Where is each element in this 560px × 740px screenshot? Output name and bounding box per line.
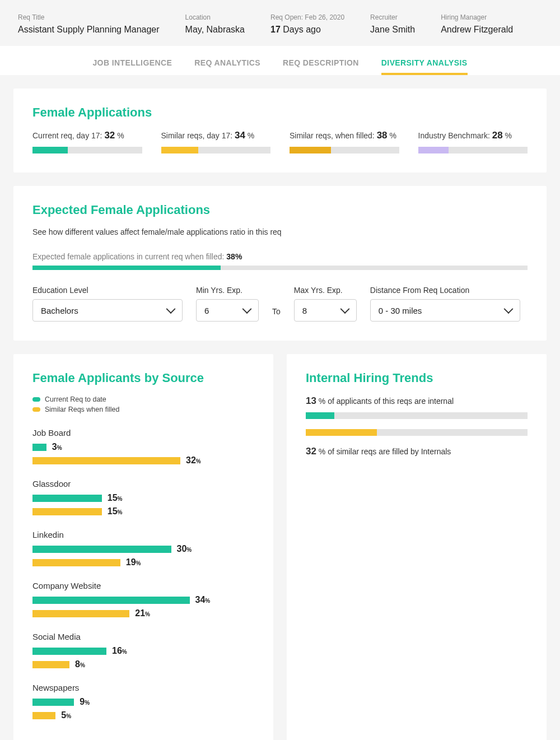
select-education[interactable]: Bachelors — [32, 299, 183, 322]
hdr-val-hiring-mgr: Andrew Fitzgerald — [441, 25, 513, 35]
source-name: Linkedin — [32, 530, 254, 539]
fa-bar — [418, 147, 528, 153]
tabs-bar: JOB INTELLIGENCE REQ ANALYTICS REQ DESCR… — [0, 46, 560, 75]
card-female-applications: Female Applications Current req, day 17:… — [13, 89, 547, 173]
source-group: Social Media16%8% — [32, 632, 254, 669]
hdr-location: Location May, Nabraska — [185, 13, 245, 35]
source-bar — [32, 699, 74, 706]
source-bar — [32, 546, 171, 553]
ih-bar-b — [306, 429, 528, 436]
filter-distance-label: Distance From Req Location — [370, 286, 520, 295]
hdr-req-title: Req Title Assistant Supply Planning Mana… — [18, 13, 160, 35]
source-bar-row: 16% — [32, 646, 254, 656]
source-bar-row: 9% — [32, 697, 254, 707]
source-bar-value: 16% — [112, 646, 127, 656]
hdr-val-req-title: Assistant Supply Planning Manager — [18, 25, 160, 35]
fa-bar — [161, 147, 271, 153]
hdr-lbl-req-title: Req Title — [18, 13, 160, 21]
hdr-recruiter: Recruiter Jane Smith — [370, 13, 415, 35]
source-bar-value: 9% — [80, 697, 90, 707]
fa-bar — [290, 147, 399, 153]
source-bar-row: 5% — [32, 710, 254, 720]
fa-item-2: Similar reqs, when filled: 38 % — [290, 130, 399, 153]
source-bar-row: 32% — [32, 455, 254, 466]
tab-req-analytics[interactable]: REQ ANALYTICS — [194, 58, 260, 67]
source-name: Company Website — [32, 581, 254, 590]
source-bar-row: 21% — [32, 608, 254, 618]
source-bar-row: 3% — [32, 442, 254, 452]
source-bar — [32, 457, 180, 464]
source-bar-value: 15% — [108, 506, 123, 516]
ih-bar-a — [306, 412, 528, 419]
source-bar-value: 30% — [177, 544, 192, 554]
source-bar-value: 3% — [52, 442, 62, 452]
source-bar-row: 30% — [32, 544, 254, 554]
source-group: Glassdoor15%15% — [32, 479, 254, 516]
fa-bar — [32, 147, 142, 153]
source-bar — [32, 508, 102, 515]
source-group: Linkedin30%19% — [32, 530, 254, 567]
ih-line-a: 13 % of applicants of this reqs are inte… — [306, 395, 528, 407]
source-bar-row: 34% — [32, 595, 254, 605]
source-bar-value: 32% — [186, 455, 201, 466]
source-bar — [32, 444, 46, 451]
source-bar — [32, 495, 102, 502]
source-bar-value: 34% — [195, 595, 211, 605]
legend-item-1: Similar Reqs when filled — [32, 406, 254, 413]
source-name: Social Media — [32, 632, 254, 641]
source-bar-row: 15% — [32, 506, 254, 516]
tab-diversity-analysis[interactable]: DIVERSITY ANALYSIS — [381, 58, 468, 67]
source-bar — [32, 661, 69, 668]
source-name: Glassdoor — [32, 479, 254, 488]
exp-line: Expected female applications in current … — [32, 252, 528, 261]
card-exp-sub: See how different values affect female/m… — [32, 227, 528, 236]
source-bar-value: 5% — [61, 710, 71, 720]
source-bar — [32, 648, 106, 655]
hdr-hiring-mgr: Hiring Manager Andrew Fitzgerald — [441, 13, 513, 35]
card-sources-title: Female Applicants by Source — [32, 371, 254, 385]
source-bar-row: 15% — [32, 493, 254, 503]
source-bar-value: 19% — [126, 557, 141, 567]
select-min-exp[interactable]: 6 — [196, 299, 259, 322]
filter-min-exp: Min Yrs. Exp. 6 — [196, 286, 259, 322]
legend-item-0: Current Req to date — [32, 395, 254, 403]
hdr-req-open: Req Open: Feb 26, 2020 17 Days ago — [270, 13, 344, 35]
filter-min-exp-label: Min Yrs. Exp. — [196, 286, 259, 295]
filter-max-exp-label: Max Yrs. Exp. — [294, 286, 357, 295]
hdr-val-recruiter: Jane Smith — [370, 25, 415, 35]
source-bar-value: 8% — [75, 659, 85, 669]
card-exp-title: Expected Female Applications — [32, 203, 528, 217]
legend-swatch — [32, 407, 40, 412]
source-bar — [32, 559, 120, 566]
source-bar — [32, 712, 55, 719]
hdr-lbl-req-open: Req Open: Feb 26, 2020 — [270, 13, 344, 21]
hdr-val-location: May, Nabraska — [185, 25, 245, 35]
source-bar — [32, 597, 190, 604]
filter-education-label: Education Level — [32, 286, 183, 295]
source-group: Job Board3%32% — [32, 428, 254, 466]
source-bar-value: 15% — [108, 493, 123, 503]
card-fa-title: Female Applications — [32, 105, 528, 120]
fa-item-0: Current req, day 17: 32 % — [32, 130, 142, 153]
filter-education: Education Level Bachelors — [32, 286, 183, 322]
source-bar — [32, 610, 129, 617]
select-distance[interactable]: 0 - 30 miles — [370, 299, 520, 322]
ih-line-b: 32 % of similar reqs are filled by Inter… — [306, 446, 528, 457]
fa-caption: Similar reqs, day 17: 34 % — [161, 130, 271, 141]
hdr-val-req-open: 17 Days ago — [270, 25, 344, 35]
fa-caption: Similar reqs, when filled: 38 % — [290, 130, 399, 141]
card-internal-hiring: Internal Hiring Trends 13 % of applicant… — [287, 354, 547, 740]
req-header: Req Title Assistant Supply Planning Mana… — [0, 0, 560, 46]
fa-item-3: Industry Benchmark: 28 % — [418, 130, 528, 153]
fa-caption: Current req, day 17: 32 % — [32, 130, 142, 141]
tab-job-intelligence[interactable]: JOB INTELLIGENCE — [92, 58, 172, 67]
filter-distance: Distance From Req Location 0 - 30 miles — [370, 286, 520, 322]
select-max-exp[interactable]: 8 — [294, 299, 357, 322]
card-ih-title: Internal Hiring Trends — [306, 371, 528, 385]
hdr-days-count: 17 — [270, 25, 281, 34]
source-name: Job Board — [32, 428, 254, 438]
source-name: Newspapers — [32, 683, 254, 692]
hdr-lbl-location: Location — [185, 13, 245, 21]
legend-swatch — [32, 397, 40, 402]
tab-req-description[interactable]: REQ DESCRIPTION — [283, 58, 359, 67]
